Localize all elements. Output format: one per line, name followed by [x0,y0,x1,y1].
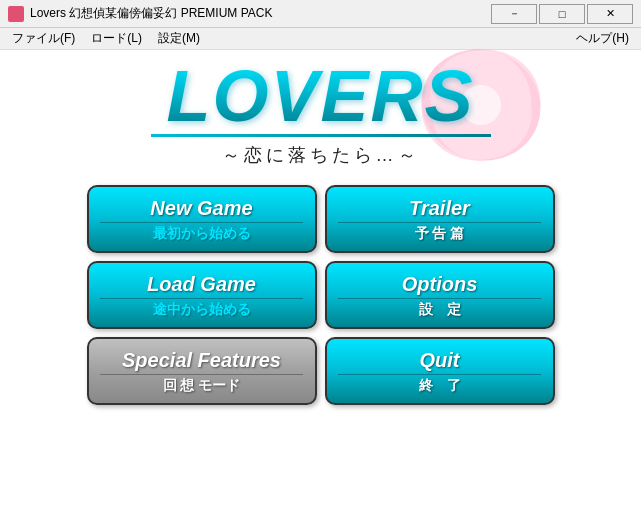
trailer-divider [338,222,541,223]
menu-settings[interactable]: 設定(M) [150,28,208,49]
trailer-button[interactable]: Trailer予 告 篇 [325,185,555,253]
load-game-divider [100,298,303,299]
quit-button[interactable]: Quit終 了 [325,337,555,405]
menu-file[interactable]: ファイル(F) [4,28,83,49]
new-game-label-top: New Game [150,196,252,220]
buttons-grid: New Game最初から始めるTrailer予 告 篇Load Game途中から… [67,185,575,405]
menu-load[interactable]: ロード(L) [83,28,150,49]
special-features-button: Special Features回 想 モード [87,337,317,405]
new-game-divider [100,222,303,223]
new-game-button[interactable]: New Game最初から始める [87,185,317,253]
trailer-label-bottom: 予 告 篇 [415,225,465,242]
logo-subtitle: ～恋に落ちたら…～ [222,143,420,167]
trailer-label-top: Trailer [409,196,470,220]
load-game-label-bottom: 途中から始める [153,301,251,318]
close-button[interactable]: ✕ [587,4,633,24]
title-bar-controls: － □ ✕ [491,4,633,24]
main-content: LOVERS ～恋に落ちたら…～ New Game最初から始めるTrailer予… [0,50,641,526]
options-label-top: Options [402,272,478,296]
load-game-button[interactable]: Load Game途中から始める [87,261,317,329]
minimize-button[interactable]: － [491,4,537,24]
special-features-label-bottom: 回 想 モード [163,377,241,394]
new-game-label-bottom: 最初から始める [153,225,251,242]
quit-divider [338,374,541,375]
load-game-label-top: Load Game [147,272,256,296]
title-bar: Lovers 幻想偵某偏傍偏妥幻 PREMIUM PACK － □ ✕ [0,0,641,28]
quit-label-top: Quit [420,348,460,372]
lovers-logo: LOVERS [166,60,474,132]
logo-area: LOVERS ～恋に落ちたら…～ [0,60,641,167]
options-divider [338,298,541,299]
options-label-bottom: 設 定 [419,301,461,318]
menu-help[interactable]: ヘルプ(H) [568,28,637,49]
quit-label-bottom: 終 了 [419,377,461,394]
special-features-divider [100,374,303,375]
special-features-label-top: Special Features [122,348,281,372]
maximize-button[interactable]: □ [539,4,585,24]
options-button[interactable]: Options設 定 [325,261,555,329]
app-icon [8,6,24,22]
title-bar-text: Lovers 幻想偵某偏傍偏妥幻 PREMIUM PACK [30,5,491,22]
